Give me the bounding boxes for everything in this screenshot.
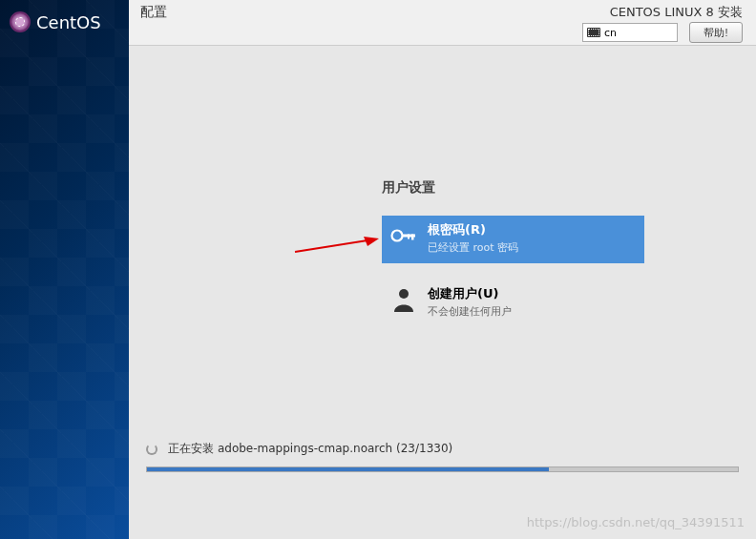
brand-text: CentOS: [36, 12, 101, 32]
sidebar: CentOS: [0, 0, 129, 539]
spinner-icon: [146, 444, 158, 455]
root-password-title: 根密码(R): [428, 221, 518, 238]
progress-text: 正在安装 adobe-mappings-cmap.noarch (23/1330…: [168, 442, 452, 455]
create-user-subtitle: 不会创建任何用户: [428, 304, 512, 319]
root-password-spoke[interactable]: 根密码(R) 已经设置 root 密码: [382, 216, 644, 263]
page-title: 配置: [140, 4, 167, 21]
user-icon: [389, 285, 418, 314]
svg-rect-4: [411, 235, 414, 240]
keyboard-icon: [587, 28, 600, 37]
key-icon: [389, 221, 418, 250]
main-panel: 配置 CENTOS LINUX 8 安装 cn 帮助! 用户设置 根密码: [129, 0, 756, 539]
watermark: https://blog.csdn.net/qq_34391511: [527, 515, 745, 529]
keyboard-layout-selector[interactable]: cn: [582, 23, 678, 42]
progress-bar: [146, 466, 739, 472]
topbar: 配置 CENTOS LINUX 8 安装 cn 帮助!: [129, 0, 756, 46]
brand: CentOS: [10, 11, 101, 32]
create-user-title: 创建用户(U): [428, 285, 512, 302]
progress-fill: [147, 467, 549, 471]
keyboard-layout-code: cn: [604, 27, 617, 39]
progress-area: 正在安装 adobe-mappings-cmap.noarch (23/1330…: [146, 439, 739, 472]
annotation-arrow-icon: [293, 237, 379, 254]
content: 用户设置 根密码(R) 已经设置 root 密码: [129, 46, 756, 539]
svg-point-6: [399, 289, 409, 299]
svg-point-2: [392, 231, 403, 241]
help-button[interactable]: 帮助!: [689, 22, 743, 43]
install-title: CENTOS LINUX 8 安装: [610, 4, 743, 21]
centos-logo-icon: [10, 11, 31, 32]
svg-rect-5: [408, 235, 410, 239]
svg-line-0: [295, 240, 368, 252]
create-user-spoke[interactable]: 创建用户(U) 不会创建任何用户: [382, 280, 644, 327]
root-password-subtitle: 已经设置 root 密码: [428, 240, 518, 255]
user-settings-heading: 用户设置: [382, 179, 435, 197]
svg-marker-1: [364, 237, 379, 246]
